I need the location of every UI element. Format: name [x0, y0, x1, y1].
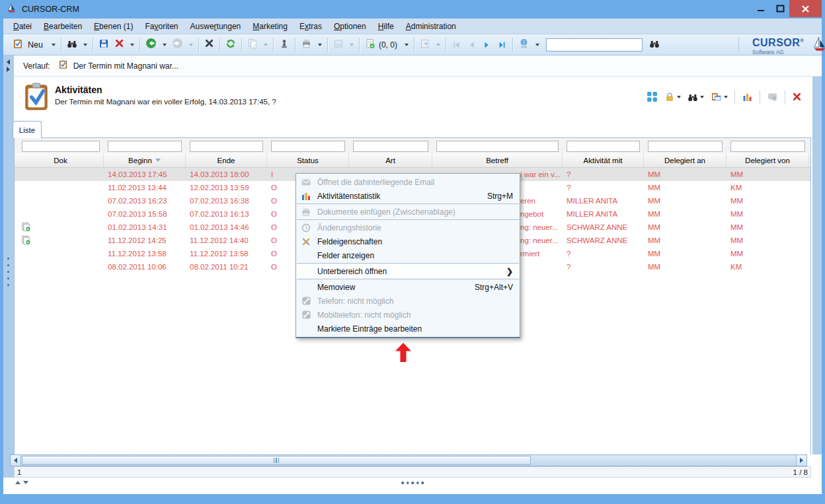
menu-hilfe[interactable]: Hilfe	[372, 20, 400, 33]
tab-liste[interactable]: Liste	[13, 121, 42, 138]
back-dropdown[interactable]	[160, 42, 169, 48]
menu-extras[interactable]: Extras	[294, 20, 328, 33]
column-filter-ende[interactable]	[190, 141, 263, 152]
menu-optionen[interactable]: Optionen	[328, 20, 372, 33]
title-bar: CURSOR-CRM	[0, 0, 825, 18]
history-bar: Verlauf: Der Termin mit Magnani war...	[14, 55, 822, 77]
quick-search-button[interactable]	[647, 37, 662, 53]
logo-brand: CURSOR	[752, 37, 800, 48]
page-subtitle: Der Termin mit Magnani war ein voller Er…	[55, 98, 276, 106]
forward-mail-button	[418, 37, 432, 53]
column-filter-aktivitaet-mit[interactable]	[567, 141, 640, 152]
menu-item-telefon: Telefon: nicht möglich	[296, 294, 520, 308]
column-header-betreff[interactable]: Betreff	[432, 153, 563, 167]
menu-item-markierte-eintraege[interactable]: Markierte Einträge bearbeiten	[296, 322, 520, 336]
statistics-button[interactable]	[740, 90, 754, 104]
search-button-header[interactable]	[686, 90, 705, 104]
globe-user-icon	[518, 38, 530, 52]
nav-last-button[interactable]	[495, 39, 509, 51]
column-header-ende[interactable]: Ende	[186, 153, 267, 167]
print-dropdown[interactable]	[315, 42, 324, 48]
shortcut-label: Strg+M	[487, 192, 513, 201]
scroll-right-button[interactable]	[796, 455, 806, 466]
clipboard-window-button[interactable]	[709, 90, 729, 104]
session-user-button[interactable]	[516, 36, 531, 53]
lock-button[interactable]	[663, 90, 682, 104]
cancel-button[interactable]	[202, 37, 216, 52]
menu-item-feldeigenschaften[interactable]: Feldeigenschaften	[296, 234, 520, 248]
print-icon	[301, 38, 312, 52]
column-filter-delegiert-von[interactable]	[730, 141, 805, 152]
menu-marketing[interactable]: Marketing	[247, 20, 294, 33]
column-header-status[interactable]: Status	[267, 153, 349, 167]
joystick-button[interactable]	[277, 37, 292, 53]
nav-next-button[interactable]	[480, 39, 494, 51]
paste-document-button	[245, 37, 260, 53]
search-icon	[67, 38, 77, 52]
session-user-dropdown[interactable]	[533, 42, 541, 48]
column-filter-delegiert-an[interactable]	[648, 141, 723, 152]
horizontal-scrollbar[interactable]	[10, 454, 807, 466]
close-view-button[interactable]	[791, 90, 803, 103]
menu-bearbeiten[interactable]: Bearbeiten	[38, 20, 88, 33]
column-header-delegiert-an[interactable]: Delegiert an	[644, 153, 727, 167]
column-filter-beginn[interactable]	[108, 141, 182, 152]
logo-sailboat-icon	[813, 36, 825, 55]
print-button[interactable]	[299, 37, 314, 53]
splitter-grip[interactable]	[7, 258, 9, 286]
column-header-aktivitaet-mit[interactable]: Aktivität mit	[563, 153, 644, 167]
menu-favoriten[interactable]: Favoriten	[139, 20, 184, 33]
delete-button[interactable]	[112, 37, 126, 52]
menu-item-aenderungshistorie: Änderungshistorie	[296, 221, 520, 234]
right-splitter[interactable]	[812, 77, 822, 454]
document-attached-icon	[21, 225, 31, 233]
header-toolbar	[645, 90, 803, 104]
column-header-delegiert-von[interactable]: Delegiert von	[727, 153, 809, 167]
column-header-dok[interactable]: Dok	[18, 153, 104, 167]
column-header-beginn[interactable]: Beginn	[104, 153, 186, 167]
menu-item-memoview[interactable]: Memoview Strg+Alt+V	[296, 280, 520, 294]
back-button[interactable]	[143, 36, 159, 53]
mobile-phone-icon	[299, 310, 313, 320]
minimize-button[interactable]	[751, 0, 771, 17]
menu-item-felder-anzeigen[interactable]: Felder anzeigen	[296, 248, 520, 262]
search-button[interactable]	[65, 37, 79, 53]
delete-dropdown[interactable]	[128, 42, 136, 48]
collapse-left-icon[interactable]	[7, 59, 10, 65]
menu-administration[interactable]: Administration	[400, 20, 462, 33]
menu-item-aktivitaetenstatistik[interactable]: Aktivitätenstatistik Strg+M	[296, 189, 520, 203]
new-dropdown[interactable]	[49, 42, 58, 48]
save-button[interactable]	[97, 37, 111, 53]
column-filter-art[interactable]	[353, 141, 428, 152]
menu-datei[interactable]: Datei	[7, 20, 38, 33]
history-entry[interactable]: Der Termin mit Magnani war...	[73, 61, 178, 71]
forward-button	[170, 36, 185, 53]
scrollbar-thumb[interactable]	[22, 456, 531, 465]
menu-ebenen[interactable]: Ebenen (1)	[88, 20, 139, 33]
joystick-icon	[279, 38, 290, 52]
paste-document-icon	[299, 207, 313, 217]
delete-icon	[114, 38, 124, 51]
bottom-splitter-grip[interactable]	[401, 482, 424, 484]
column-filter-status[interactable]	[271, 141, 345, 152]
close-button[interactable]	[789, 0, 822, 17]
bottom-collapse-arrows[interactable]	[15, 481, 28, 484]
checked-entries-button[interactable]: (0, 0)	[363, 37, 401, 53]
refresh-button[interactable]	[223, 37, 238, 53]
search-dropdown[interactable]	[81, 42, 89, 48]
new-button[interactable]: Neu	[11, 37, 48, 53]
scroll-left-button[interactable]	[11, 455, 21, 466]
tools-icon	[299, 236, 313, 247]
forward-mail-icon	[420, 38, 430, 52]
column-filter-dok[interactable]	[22, 141, 100, 152]
menu-auswertungen[interactable]: Auswertungen	[184, 20, 247, 33]
grid-view-button[interactable]	[645, 90, 659, 104]
checked-entries-dropdown[interactable]	[402, 42, 411, 48]
logo-separator	[738, 37, 739, 53]
quick-search-input[interactable]	[546, 38, 643, 52]
column-filter-betreff[interactable]	[436, 141, 559, 152]
column-header-art[interactable]: Art	[349, 153, 432, 167]
maximize-button[interactable]	[771, 0, 789, 17]
menu-item-unterbereich-oeffnen[interactable]: Unterbereich öffnen ❯	[296, 264, 520, 278]
expand-left-icon[interactable]	[7, 67, 10, 72]
